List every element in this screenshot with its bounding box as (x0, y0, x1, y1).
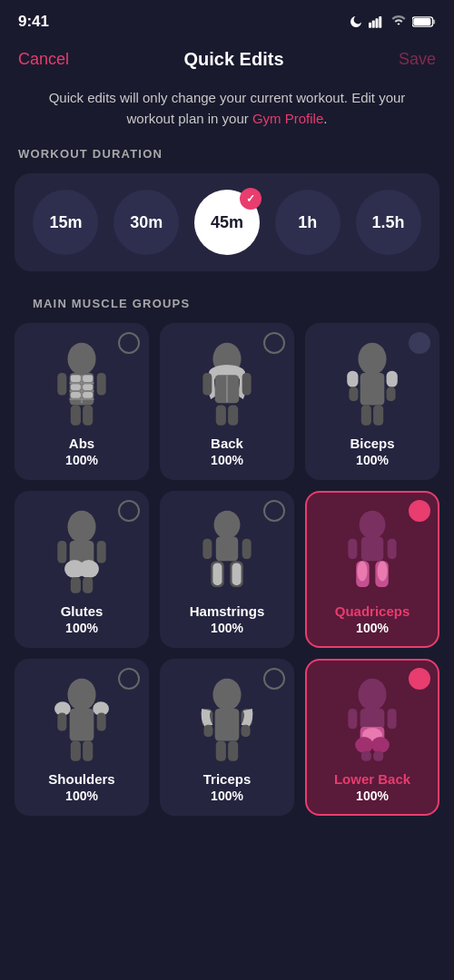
muscle-card-glutes[interactable]: Glutes 100% (15, 491, 149, 648)
svg-rect-46 (97, 541, 106, 563)
duration-45m[interactable]: 45m ✓ (194, 190, 260, 255)
biceps-pct: 100% (356, 453, 389, 467)
svg-rect-37 (349, 387, 358, 402)
svg-rect-5 (413, 18, 430, 25)
battery-icon (412, 15, 436, 28)
svg-rect-77 (216, 741, 226, 761)
svg-rect-68 (97, 712, 106, 730)
muscle-groups-label: MAIN MUSCLE GROUPS (15, 297, 439, 323)
svg-rect-28 (228, 406, 238, 426)
hamstrings-name: Hamstrings (190, 603, 265, 619)
hamstrings-pct: 100% (211, 621, 243, 635)
moon-icon (349, 15, 363, 29)
svg-rect-62 (388, 539, 397, 559)
muscle-card-quadriceps[interactable]: Quadriceps 100% (305, 491, 439, 648)
svg-rect-16 (83, 384, 93, 390)
svg-point-59 (357, 561, 367, 581)
svg-point-84 (371, 737, 390, 753)
muscle-card-biceps[interactable]: Biceps 100% (305, 323, 439, 480)
info-end: . (323, 111, 327, 126)
svg-rect-36 (387, 371, 398, 387)
svg-point-79 (358, 679, 386, 711)
muscle-card-triceps[interactable]: Triceps 100% (160, 659, 294, 816)
svg-rect-88 (388, 709, 397, 729)
svg-rect-32 (360, 373, 385, 406)
muscle-card-lower-back[interactable]: Lower Back 100% (305, 659, 439, 816)
abs-pct: 100% (65, 453, 98, 467)
abs-select-circle (118, 332, 140, 354)
svg-rect-44 (83, 577, 93, 593)
triceps-pct: 100% (211, 789, 243, 803)
shoulders-name: Shoulders (48, 771, 114, 787)
glutes-pct: 100% (65, 621, 98, 635)
duration-15m[interactable]: 15m (33, 190, 98, 255)
svg-rect-29 (202, 373, 212, 395)
svg-rect-38 (387, 387, 396, 402)
svg-rect-85 (361, 751, 371, 761)
duration-1h[interactable]: 1h (275, 190, 340, 255)
back-pct: 100% (211, 453, 243, 467)
svg-rect-30 (242, 373, 252, 395)
svg-rect-43 (71, 577, 81, 593)
svg-rect-86 (373, 751, 383, 761)
signal-icon (369, 15, 385, 28)
svg-point-47 (214, 511, 241, 539)
save-button[interactable]: Save (399, 50, 436, 69)
svg-rect-22 (97, 373, 106, 395)
svg-rect-1 (372, 21, 375, 28)
svg-rect-72 (215, 709, 240, 741)
svg-rect-17 (71, 392, 81, 398)
biceps-name: Biceps (350, 436, 394, 451)
quadriceps-select-circle (409, 500, 430, 522)
nav-bar: Cancel Quick Edits Save (0, 40, 454, 81)
svg-point-7 (67, 343, 95, 376)
svg-rect-75 (203, 725, 212, 737)
status-time: 9:41 (18, 13, 49, 31)
info-main: Quick edits will only change your curren… (49, 90, 406, 126)
svg-rect-2 (376, 18, 379, 28)
glutes-select-circle (118, 500, 140, 522)
shoulders-pct: 100% (65, 789, 98, 803)
muscle-card-hamstrings[interactable]: Hamstrings 100% (160, 491, 294, 648)
page-title: Quick Edits (183, 49, 283, 70)
svg-rect-45 (57, 541, 66, 563)
status-bar: 9:41 (0, 0, 454, 40)
hamstrings-select-circle (263, 500, 285, 522)
shoulders-select-circle (118, 668, 140, 690)
duration-15m-label: 15m (49, 213, 82, 232)
gym-profile-link[interactable]: Gym Profile (252, 111, 323, 126)
duration-30m[interactable]: 30m (114, 190, 179, 255)
svg-rect-50 (212, 563, 222, 584)
svg-point-83 (355, 737, 373, 753)
svg-rect-0 (369, 23, 371, 28)
muscle-card-shoulders[interactable]: Shoulders 100% (15, 659, 149, 816)
svg-rect-52 (232, 563, 242, 584)
muscle-card-back[interactable]: Back 100% (160, 323, 294, 480)
duration-1h-label: 1h (298, 213, 317, 232)
svg-rect-15 (71, 384, 81, 390)
svg-point-71 (212, 679, 241, 711)
svg-rect-14 (83, 375, 93, 382)
svg-point-55 (360, 511, 386, 539)
svg-rect-20 (83, 406, 93, 426)
svg-rect-87 (348, 709, 357, 729)
svg-rect-67 (57, 712, 66, 730)
svg-rect-56 (361, 537, 383, 562)
info-text: Quick edits will only change your curren… (0, 81, 454, 147)
quadriceps-name: Quadriceps (335, 603, 410, 619)
lower-back-pct: 100% (356, 789, 389, 803)
svg-rect-48 (216, 537, 238, 562)
svg-rect-76 (242, 725, 251, 737)
svg-rect-53 (202, 539, 212, 559)
svg-rect-35 (347, 371, 358, 387)
duration-1-5h[interactable]: 1.5h (356, 190, 421, 255)
muscle-grid: Abs 100% (15, 323, 439, 816)
svg-rect-69 (71, 741, 81, 761)
svg-rect-54 (242, 539, 252, 559)
back-name: Back (211, 436, 243, 451)
duration-45m-label: 45m (211, 213, 243, 232)
muscle-card-abs[interactable]: Abs 100% (15, 323, 149, 480)
lower-back-name: Lower Back (334, 771, 410, 787)
cancel-button[interactable]: Cancel (18, 50, 69, 69)
svg-rect-13 (71, 375, 81, 382)
